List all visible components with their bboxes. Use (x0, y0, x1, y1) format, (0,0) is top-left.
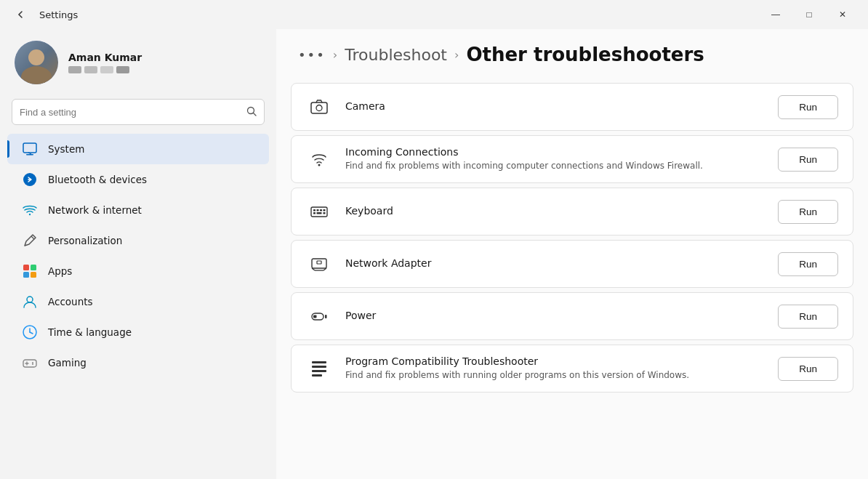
app-title: Settings (39, 9, 78, 20)
svg-rect-2 (23, 143, 36, 153)
minimize-button[interactable]: — (759, 3, 792, 26)
gaming-icon (22, 355, 38, 371)
profile-name: Aman Kumar (68, 52, 142, 63)
sidebar-item-system[interactable]: System (7, 134, 269, 164)
svg-rect-41 (312, 366, 326, 368)
breadcrumb-sep-2: › (454, 48, 459, 62)
list-item: Program Compatibility Troubleshooter Fin… (291, 345, 853, 393)
sidebar-item-time[interactable]: Time & language (7, 317, 269, 347)
svg-rect-9 (31, 265, 36, 270)
incoming-connections-icon (306, 146, 332, 172)
svg-rect-36 (317, 261, 321, 264)
sidebar-item-personalization[interactable]: Personalization (7, 225, 269, 256)
maximize-button[interactable]: □ (792, 3, 826, 26)
profile-dot-3 (100, 66, 113, 73)
window-controls: — □ ✕ (759, 3, 859, 26)
title-bar-left: Settings (9, 3, 78, 26)
svg-rect-26 (317, 209, 319, 212)
sidebar-label-bluetooth: Bluetooth & devices (48, 174, 147, 185)
power-title: Power (345, 310, 765, 321)
sidebar-item-accounts[interactable]: Accounts (7, 286, 269, 317)
sidebar-label-network: Network & internet (48, 204, 142, 216)
accounts-icon (22, 294, 38, 310)
breadcrumb: ••• › Troubleshoot › Other troubleshoote… (276, 29, 868, 83)
troubleshooter-list: Camera Run Incoming Connections Find and (276, 83, 868, 479)
svg-rect-11 (31, 272, 36, 278)
svg-point-20 (32, 363, 33, 365)
sidebar-label-time: Time & language (48, 326, 132, 338)
sidebar-item-bluetooth[interactable]: Bluetooth & devices (7, 164, 269, 195)
keyboard-icon (306, 198, 332, 225)
profile-section: Aman Kumar (0, 29, 276, 99)
svg-rect-27 (320, 209, 322, 212)
svg-rect-43 (312, 374, 322, 377)
avatar-image (15, 41, 58, 84)
search-input[interactable] (20, 107, 241, 118)
keyboard-text: Keyboard (345, 205, 765, 219)
svg-rect-30 (317, 212, 322, 214)
list-item: Incoming Connections Find and fix proble… (291, 135, 853, 183)
sidebar-item-apps[interactable]: Apps (7, 256, 269, 286)
svg-point-6 (29, 214, 31, 215)
breadcrumb-sep-1: › (333, 48, 337, 62)
svg-rect-3 (26, 154, 33, 156)
profile-dot-2 (84, 66, 97, 73)
system-icon (22, 141, 38, 157)
power-icon (306, 303, 332, 329)
svg-rect-28 (324, 209, 326, 212)
power-run-button[interactable]: Run (778, 305, 838, 329)
camera-text: Camera (345, 100, 765, 114)
close-button[interactable]: ✕ (826, 3, 859, 26)
program-compatibility-icon (306, 355, 332, 382)
camera-icon (306, 94, 332, 120)
incoming-connections-text: Incoming Connections Find and fix proble… (345, 146, 765, 172)
title-bar: Settings — □ ✕ (0, 0, 868, 29)
incoming-connections-desc: Find and fix problems with incoming comp… (345, 160, 765, 172)
svg-rect-8 (23, 265, 29, 270)
list-item: Network Adapter Run (291, 240, 853, 288)
avatar (15, 41, 58, 84)
bluetooth-icon (22, 172, 38, 188)
sidebar-item-network[interactable]: Network & internet (7, 195, 269, 225)
breadcrumb-parent[interactable]: Troubleshoot (345, 46, 447, 64)
sidebar-label-apps: Apps (48, 265, 72, 277)
svg-rect-10 (23, 272, 29, 278)
apps-icon (22, 263, 38, 279)
list-item: Keyboard Run (291, 188, 853, 236)
program-compatibility-desc: Find and fix problems with running older… (345, 369, 765, 382)
svg-rect-21 (311, 102, 327, 113)
search-icon (246, 106, 257, 118)
sidebar-label-system: System (48, 143, 84, 155)
svg-point-22 (316, 105, 322, 111)
breadcrumb-dots[interactable]: ••• (298, 47, 326, 63)
power-text: Power (345, 310, 765, 323)
breadcrumb-current: Other troubleshooters (466, 44, 704, 65)
camera-run-button[interactable]: Run (778, 95, 838, 119)
svg-line-7 (31, 236, 34, 239)
keyboard-run-button[interactable]: Run (778, 200, 838, 224)
profile-info: Aman Kumar (68, 52, 142, 73)
svg-line-15 (30, 332, 33, 334)
svg-rect-40 (312, 361, 326, 363)
search-box (12, 99, 265, 125)
incoming-connections-title: Incoming Connections (345, 146, 765, 158)
svg-rect-38 (325, 315, 327, 318)
incoming-connections-run-button[interactable]: Run (778, 148, 838, 172)
svg-rect-25 (313, 209, 316, 212)
back-button[interactable] (9, 3, 32, 26)
time-icon (22, 324, 38, 340)
sidebar-item-gaming[interactable]: Gaming (7, 347, 269, 378)
profile-dot-4 (116, 66, 129, 73)
keyboard-title: Keyboard (345, 205, 765, 217)
list-item: Power Run (291, 292, 853, 340)
list-item: Camera Run (291, 83, 853, 131)
network-icon (22, 202, 38, 218)
svg-rect-31 (324, 212, 326, 214)
network-adapter-run-button[interactable]: Run (778, 252, 838, 276)
content-area: ••• › Troubleshoot › Other troubleshoote… (276, 29, 868, 479)
program-compatibility-run-button[interactable]: Run (778, 357, 838, 381)
profile-dot-1 (68, 66, 81, 73)
program-compatibility-title: Program Compatibility Troubleshooter (345, 355, 765, 367)
sidebar-label-gaming: Gaming (48, 357, 87, 369)
svg-rect-24 (311, 207, 327, 217)
